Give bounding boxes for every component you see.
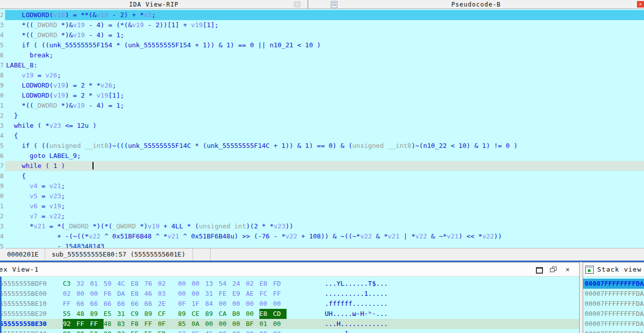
hex-byte[interactable]: E8 — [259, 309, 273, 319]
hex-byte[interactable]: 32 — [76, 279, 90, 289]
hex-byte[interactable]: 00 — [219, 299, 232, 309]
hex-byte[interactable]: 00 — [63, 329, 76, 333]
hex-byte[interactable]: 45 — [205, 329, 219, 333]
close-icon[interactable]: ✕ — [637, 1, 644, 8]
hex-byte[interactable]: 00 — [259, 329, 273, 333]
pseudocode-line[interactable]: 6 break; — [0, 50, 644, 60]
stack-row[interactable]: 00007FFFFFFFFDA — [583, 299, 644, 309]
hex-byte[interactable]: B0 — [232, 309, 246, 319]
pseudocode-line[interactable]: 3 *((_DWORD *)&v19 - 4) = (*(&v19 - 2))[… — [0, 20, 644, 30]
hex-byte[interactable]: FD — [273, 279, 287, 289]
pseudocode-line[interactable]: 9 LODWORD(v19) = 2 * *v26; — [0, 80, 644, 91]
hex-byte[interactable]: 05 — [192, 329, 205, 333]
stack-view-titlebar[interactable]: Stack view — [583, 263, 644, 277]
hex-byte[interactable]: 76 — [144, 279, 158, 289]
hex-byte[interactable]: F6 — [104, 289, 117, 299]
pseudocode-line[interactable]: 3 while ( *v23 <= 12u ) — [0, 121, 644, 131]
hex-row[interactable]: 55555555BE00020000F6DAE84603000031FEE9AE… — [2, 289, 579, 299]
hex-byte[interactable]: 01 — [259, 319, 273, 329]
stack-row[interactable]: 00007FFFFFFFFDA — [583, 319, 644, 329]
hex-byte[interactable]: E5 — [104, 309, 117, 319]
hex-row[interactable]: 55555555BE3092FFFF4883F8FF0F850A000000BF… — [2, 319, 579, 329]
hex-view-titlebar[interactable]: Hex View-1 ✕ — [0, 263, 579, 277]
pseudocode-line[interactable]: 4 *((_DWORD *)&v19 - 4) = 1; — [0, 30, 644, 40]
hex-byte[interactable]: 55 — [144, 329, 158, 333]
hex-byte[interactable]: 13 — [205, 279, 219, 289]
hex-byte[interactable]: 00 — [76, 329, 90, 333]
hex-byte[interactable]: 00 — [273, 319, 287, 329]
hex-byte[interactable]: 00 — [259, 299, 273, 309]
hex-byte[interactable]: 55 — [131, 329, 144, 333]
pseudocode-line[interactable]: 6 goto LABEL_9; — [0, 151, 644, 161]
pseudocode-line[interactable]: 0 LODWORD(v19) = 2 * v19[1]; — [0, 91, 644, 101]
hex-byte[interactable]: 00 — [205, 319, 219, 329]
hex-byte[interactable]: 00 — [104, 329, 117, 333]
stack-row[interactable]: 00007FFFFFFFFDA — [583, 309, 644, 319]
hex-byte[interactable]: 31 — [205, 289, 219, 299]
hex-byte[interactable]: 1F — [192, 299, 205, 309]
pseudocode-line[interactable]: 4 + -(~((*v22 ^ 0x51BF6B48 ^ *v21 ^ 0x51… — [0, 231, 644, 241]
hex-byte[interactable]: E8 — [131, 279, 144, 289]
hex-byte[interactable]: 5D — [158, 329, 171, 333]
hex-byte[interactable]: 54 — [219, 279, 232, 289]
hex-byte[interactable]: 63 — [178, 329, 192, 333]
hex-row[interactable]: 55555555BDF0C33201594CE87602000013542402… — [2, 279, 579, 289]
hex-byte[interactable]: 48 — [76, 309, 90, 319]
hex-byte[interactable]: 00 — [273, 329, 287, 333]
hex-byte[interactable]: FF — [144, 319, 158, 329]
pseudocode-line[interactable]: 2 v7 = v22; — [0, 211, 644, 221]
hex-byte[interactable]: 03 — [158, 289, 171, 299]
hex-byte[interactable]: 00 — [246, 309, 259, 319]
hex-byte[interactable]: 00 — [232, 329, 246, 333]
hex-byte[interactable]: 89 — [205, 309, 219, 319]
hex-byte[interactable]: FF — [76, 319, 90, 329]
hex-byte[interactable]: 00 — [178, 289, 192, 299]
hex-byte[interactable]: 00 — [178, 279, 192, 289]
hex-byte[interactable]: FE — [219, 289, 232, 299]
hex-byte[interactable]: 31 — [117, 309, 131, 319]
hex-byte[interactable]: F8 — [131, 319, 144, 329]
pseudocode-line[interactable]: 3 *v21 = *(_DWORD *)(*(_QWORD *)v19 + 4L… — [0, 221, 644, 231]
hex-byte[interactable]: DA — [117, 289, 131, 299]
panel-splitter[interactable] — [579, 262, 583, 333]
hex-byte[interactable]: BF — [246, 319, 259, 329]
hex-byte[interactable]: 00 — [246, 299, 259, 309]
hex-byte[interactable]: 89 — [144, 309, 158, 319]
hex-byte[interactable]: 01 — [90, 279, 104, 289]
hex-byte[interactable]: E8 — [131, 289, 144, 299]
pseudocode-line[interactable]: 0 v5 = v23; — [0, 191, 644, 201]
hex-byte[interactable]: 03 — [117, 329, 131, 333]
ida-view-rip-titlebar[interactable]: IDA View-RIP ✕ — [0, 0, 308, 9]
hex-byte[interactable]: 89 — [178, 309, 192, 319]
hex-byte[interactable]: FC — [259, 289, 273, 299]
hex-byte[interactable]: 92 — [63, 319, 76, 329]
hex-byte[interactable]: 66 — [144, 299, 158, 309]
stack-row[interactable]: 00007FFFFFFFFDA — [583, 329, 644, 333]
hex-byte[interactable]: C3 — [63, 279, 76, 289]
hex-byte[interactable]: FF — [90, 319, 104, 329]
hex-byte[interactable]: 50 — [90, 329, 104, 333]
hex-byte[interactable]: 02 — [246, 279, 259, 289]
hex-byte[interactable]: E9 — [232, 289, 246, 299]
stack-row[interactable]: 00007FFFFFFFFDA — [583, 289, 644, 299]
pseudocode-line[interactable]: 1 v6 = v19; — [0, 201, 644, 211]
pseudocode-line[interactable]: 9 v4 = v21; — [0, 181, 644, 191]
hex-byte[interactable]: CF — [158, 309, 171, 319]
hex-byte[interactable]: 48 — [104, 319, 117, 329]
hex-byte[interactable]: 66 — [104, 299, 117, 309]
hex-byte[interactable]: 0F — [158, 319, 171, 329]
hex-byte[interactable]: 00 — [273, 299, 287, 309]
hex-row[interactable]: 55555555BE20554889E531C989CF89CE89CAB000… — [2, 309, 579, 319]
pseudocode-line[interactable]: 2 LODWORD(v19) = **(&v19 - 2) + *v3; — [0, 10, 644, 20]
pseudocode-line[interactable]: 7 while ( 1 ) — [0, 161, 644, 171]
hex-byte[interactable]: 85 — [178, 319, 192, 329]
hex-byte[interactable]: 46 — [144, 289, 158, 299]
hex-byte[interactable]: CD — [273, 309, 287, 319]
hex-byte[interactable]: 59 — [104, 279, 117, 289]
hex-byte[interactable]: 66 — [131, 299, 144, 309]
pseudocode-line[interactable]: 5 if ( ((unsigned __int8)~(((unk_5555555… — [0, 141, 644, 151]
hex-byte[interactable]: 66 — [90, 299, 104, 309]
stack-row[interactable]: 00007FFFFFFFFDA — [583, 279, 644, 289]
hex-byte[interactable]: 00 — [232, 319, 246, 329]
hex-byte[interactable]: 84 — [205, 299, 219, 309]
